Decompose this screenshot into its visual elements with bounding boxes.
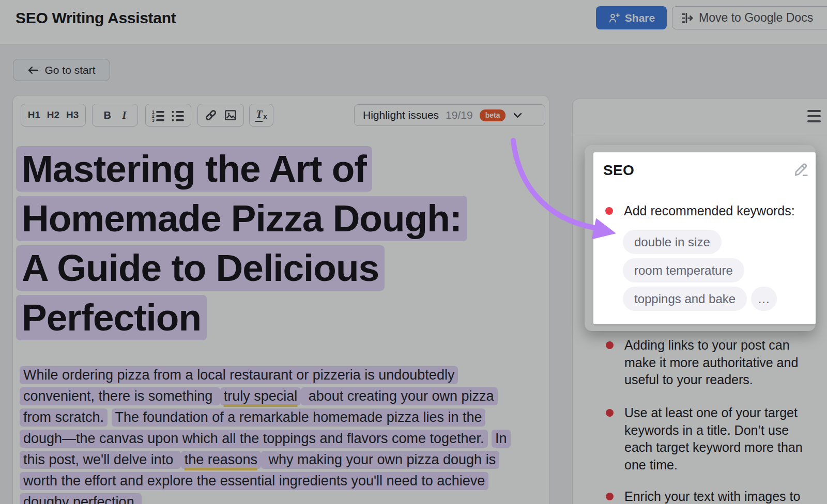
keyword-pill[interactable]: room temperature [623,258,744,282]
keyword-pill-row: toppings and bake... [623,287,777,311]
seo-writing-assistant-app: SEO Writing Assistant Share Move to Goog… [0,0,827,504]
seo-card-title: SEO [603,162,634,179]
keyword-pill-row: double in size [623,230,777,254]
edit-pencil-icon[interactable] [792,161,810,178]
recommendation-bullet-icon [605,207,613,215]
keyword-pill-row: room temperature [623,258,777,282]
add-keywords-label: Add recommended keywords: [624,203,795,218]
keyword-pills: double in sizeroom temperaturetoppings a… [623,230,777,311]
seo-recommendations-card: SEO Add recommended keywords: double in … [593,152,816,324]
more-keywords-button[interactable]: ... [751,287,777,311]
keyword-pill[interactable]: double in size [623,230,722,254]
keyword-pill[interactable]: toppings and bake [623,287,747,311]
